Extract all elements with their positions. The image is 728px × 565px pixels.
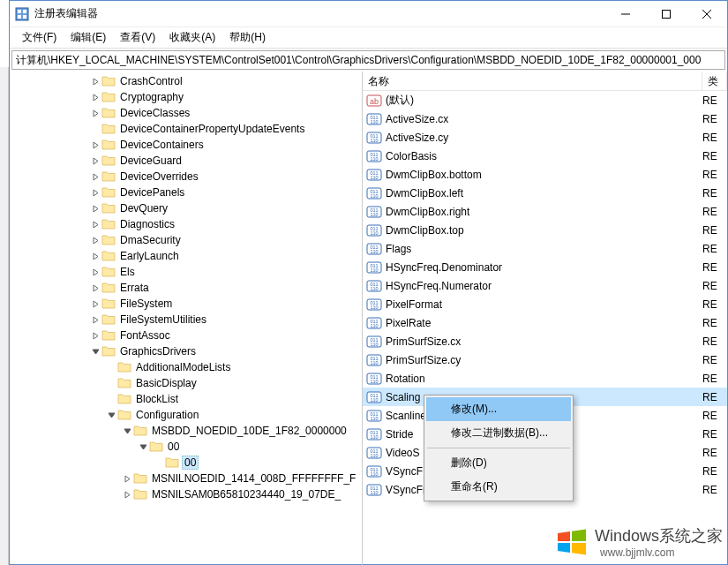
folder-icon bbox=[101, 345, 116, 358]
close-button[interactable] bbox=[687, 1, 727, 27]
folder-icon bbox=[101, 186, 116, 199]
chevron-right-icon[interactable] bbox=[89, 234, 101, 246]
chevron-right-icon[interactable] bbox=[89, 266, 101, 278]
menu-item[interactable]: 收藏夹(A) bbox=[162, 27, 222, 48]
tree-item[interactable]: DeviceClasses bbox=[10, 105, 362, 121]
chevron-right-icon[interactable] bbox=[89, 313, 101, 326]
context-menu-item[interactable]: 删除(D) bbox=[426, 451, 571, 475]
minimize-button[interactable] bbox=[605, 1, 646, 27]
menubar: 文件(F)编辑(E)查看(V)收藏夹(A)帮助(H) bbox=[10, 27, 727, 49]
tree-item[interactable]: BasicDisplay bbox=[10, 375, 362, 391]
tree-item[interactable]: MSNILNOEDID_1414_008D_FFFFFFFF_F bbox=[10, 471, 362, 486]
chevron-right-icon[interactable] bbox=[89, 139, 101, 151]
list-row[interactable]: 011110PixelRateRE bbox=[363, 313, 727, 332]
tree-item[interactable]: BlockList bbox=[10, 391, 362, 407]
svg-rect-4 bbox=[23, 15, 26, 19]
tree-item[interactable]: DeviceGuard bbox=[10, 153, 362, 169]
address-bar[interactable]: 计算机\HKEY_LOCAL_MACHINE\SYSTEM\ControlSet… bbox=[11, 50, 725, 70]
list-row[interactable]: 011110HSyncFreq.NumeratorRE bbox=[363, 276, 727, 295]
list-row[interactable]: 011110ActiveSize.cyRE bbox=[363, 128, 727, 147]
tree-item[interactable]: Diagnostics bbox=[10, 216, 362, 232]
tree-item[interactable]: EarlyLaunch bbox=[10, 248, 362, 264]
col-name[interactable]: 名称 bbox=[363, 72, 702, 90]
value-name: DwmClipBox.top bbox=[386, 224, 702, 237]
tree-pane[interactable]: CrashControlCryptographyDeviceClassesDev… bbox=[10, 72, 363, 565]
tree-item[interactable]: DmaSecurity bbox=[10, 232, 362, 248]
chevron-right-icon[interactable] bbox=[89, 218, 101, 230]
binary-value-icon: 011110 bbox=[366, 427, 382, 441]
value-name: DwmClipBox.bottom bbox=[386, 169, 702, 181]
list-row[interactable]: 011110DwmClipBox.rightRE bbox=[363, 202, 727, 221]
chevron-right-icon[interactable] bbox=[121, 472, 133, 485]
chevron-right-icon[interactable] bbox=[89, 75, 101, 87]
list-row[interactable]: 011110DwmClipBox.bottomRE bbox=[363, 165, 727, 184]
value-name: HSyncFreq.Denominator bbox=[386, 261, 702, 274]
value-name: (默认) bbox=[386, 93, 702, 108]
tree-item[interactable]: MSNILSAM0B65810234440_19_07DE_ bbox=[10, 486, 362, 502]
chevron-right-icon[interactable] bbox=[89, 282, 101, 294]
list-row[interactable]: ab(默认)RE bbox=[363, 91, 727, 109]
context-menu-item[interactable]: 修改二进制数据(B)... bbox=[426, 421, 571, 445]
context-menu-item[interactable]: 修改(M)... bbox=[426, 397, 571, 421]
folder-icon bbox=[101, 266, 116, 278]
tree-item[interactable]: CrashControl bbox=[10, 73, 362, 89]
tree-item[interactable]: DeviceContainers bbox=[10, 137, 362, 153]
binary-value-icon: 011110 bbox=[366, 446, 382, 460]
tree-item[interactable]: Configuration bbox=[10, 407, 362, 423]
tree-item[interactable]: DevicePanels bbox=[10, 185, 362, 200]
tree-item-label: DeviceContainerPropertyUpdateEvents bbox=[118, 123, 306, 135]
list-row[interactable]: 011110RotationRE bbox=[363, 369, 727, 388]
list-row[interactable]: 011110PixelFormatRE bbox=[363, 295, 727, 313]
list-row[interactable]: 011110DwmClipBox.topRE bbox=[363, 221, 727, 239]
chevron-right-icon[interactable] bbox=[89, 250, 101, 262]
chevron-right-icon[interactable] bbox=[89, 170, 101, 183]
tree-item[interactable]: 00 bbox=[10, 439, 362, 455]
chevron-right-icon[interactable] bbox=[89, 107, 101, 119]
tree-item[interactable]: Errata bbox=[10, 280, 362, 296]
value-type: RE bbox=[702, 410, 727, 422]
tree-item[interactable]: MSBDD_NOEDID_10DE_1F82_0000000 bbox=[10, 423, 362, 439]
chevron-down-icon[interactable] bbox=[137, 441, 149, 453]
tree-item[interactable]: DeviceContainerPropertyUpdateEvents bbox=[10, 121, 362, 137]
list-row[interactable]: 011110HSyncFreq.DenominatorRE bbox=[363, 258, 727, 276]
menu-item[interactable]: 帮助(H) bbox=[222, 27, 273, 48]
menu-item[interactable]: 文件(F) bbox=[15, 27, 64, 48]
tree-item-label: BlockList bbox=[134, 393, 180, 405]
tree-item[interactable]: FontAssoc bbox=[10, 328, 362, 343]
tree-item[interactable]: AdditionalModeLists bbox=[10, 359, 362, 375]
chevron-right-icon[interactable] bbox=[89, 329, 101, 342]
list-row[interactable]: 011110PrimSurfSize.cxRE bbox=[363, 332, 727, 350]
tree-item[interactable]: DevQuery bbox=[10, 200, 362, 216]
tree-item[interactable]: Els bbox=[10, 264, 362, 280]
tree-item-label: EarlyLaunch bbox=[118, 250, 181, 262]
chevron-right-icon[interactable] bbox=[89, 91, 101, 103]
menu-item[interactable]: 编辑(E) bbox=[64, 27, 113, 48]
context-menu[interactable]: 修改(M)...修改二进制数据(B)...删除(D)重命名(R) bbox=[424, 395, 574, 501]
tree-item[interactable]: 00 bbox=[10, 455, 362, 471]
tree-item[interactable]: Cryptography bbox=[10, 89, 362, 105]
chevron-down-icon[interactable] bbox=[121, 425, 133, 437]
list-row[interactable]: 011110FlagsRE bbox=[363, 239, 727, 258]
menu-item[interactable]: 查看(V) bbox=[113, 27, 162, 48]
list-row[interactable]: 011110PrimSurfSize.cyRE bbox=[363, 350, 727, 369]
chevron-right-icon[interactable] bbox=[89, 154, 101, 167]
chevron-right-icon[interactable] bbox=[89, 186, 101, 199]
list-row[interactable]: 011110ActiveSize.cxRE bbox=[363, 109, 727, 128]
chevron-down-icon[interactable] bbox=[105, 409, 117, 421]
tree-item[interactable]: DeviceOverrides bbox=[10, 169, 362, 185]
list-row[interactable]: 011110ColorBasisRE bbox=[363, 147, 727, 165]
chevron-down-icon[interactable] bbox=[89, 345, 101, 358]
tree-item[interactable]: FileSystemUtilities bbox=[10, 312, 362, 328]
chevron-right-icon[interactable] bbox=[89, 202, 101, 215]
maximize-button[interactable] bbox=[646, 1, 687, 27]
chevron-right-icon[interactable] bbox=[89, 298, 101, 310]
tree-item[interactable]: FileSystem bbox=[10, 296, 362, 312]
tree-spacer bbox=[105, 377, 117, 389]
chevron-right-icon[interactable] bbox=[121, 488, 133, 501]
tree-item[interactable]: GraphicsDrivers bbox=[10, 343, 362, 359]
svg-rect-1 bbox=[18, 10, 21, 13]
col-type[interactable]: 类 bbox=[702, 72, 727, 90]
context-menu-item[interactable]: 重命名(R) bbox=[426, 475, 571, 499]
tree-spacer bbox=[105, 361, 117, 373]
list-row[interactable]: 011110DwmClipBox.leftRE bbox=[363, 184, 727, 202]
